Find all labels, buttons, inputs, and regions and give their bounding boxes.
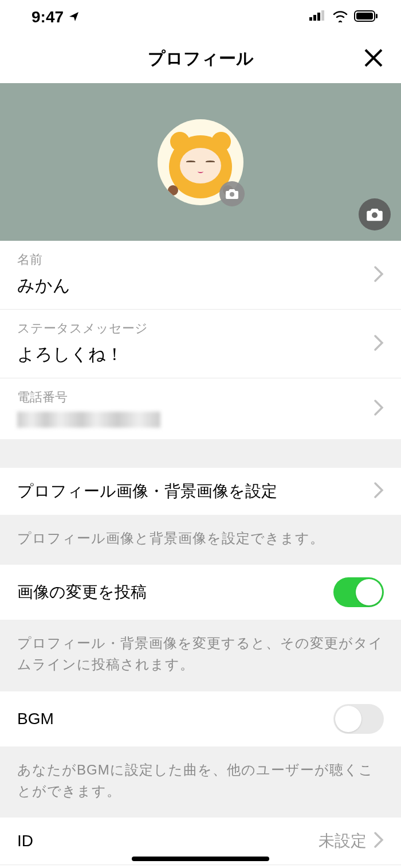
name-label: 名前 [17, 251, 384, 268]
id-value: 未設定 [319, 830, 367, 852]
cover-camera-button[interactable] [359, 198, 391, 230]
chevron-right-icon [374, 334, 384, 354]
svg-rect-6 [376, 14, 378, 18]
close-button[interactable] [363, 48, 384, 71]
profile-images-label: プロフィール画像・背景画像を設定 [17, 480, 277, 502]
camera-icon [366, 207, 383, 222]
name-value: みかん [17, 274, 384, 298]
avatar-camera-button[interactable] [219, 181, 245, 206]
phone-label: 電話番号 [17, 389, 384, 406]
id-label: ID [17, 832, 33, 850]
avatar-container[interactable] [158, 119, 243, 205]
bgm-desc: あなたがBGMに設定した曲を、他のユーザーが聴くことができます。 [0, 746, 401, 818]
profile-images-desc: プロフィール画像と背景画像を設定できます。 [0, 515, 401, 565]
post-change-label: 画像の変更を投稿 [17, 581, 147, 603]
status-value: よろしくね！ [17, 343, 384, 366]
camera-icon [225, 188, 239, 200]
bgm-toggle[interactable] [333, 704, 384, 734]
signal-icon [309, 10, 327, 24]
svg-rect-2 [317, 13, 320, 21]
chevron-right-icon [374, 831, 384, 851]
post-change-desc: プロフィール・背景画像を変更すると、その変更がタイムラインに投稿されます。 [0, 620, 401, 691]
battery-icon [354, 10, 378, 24]
bgm-row: BGM [0, 691, 401, 746]
bgm-label: BGM [17, 710, 54, 728]
status-label: ステータスメッセージ [17, 320, 384, 337]
wifi-icon [332, 10, 348, 25]
svg-rect-1 [313, 15, 316, 21]
chevron-right-icon [374, 399, 384, 419]
status-time: 9:47 [32, 8, 64, 26]
post-change-row: 画像の変更を投稿 [0, 565, 401, 620]
post-change-toggle[interactable] [333, 577, 384, 607]
svg-rect-3 [321, 10, 324, 21]
phone-value-hidden [17, 412, 160, 428]
profile-cover [0, 83, 401, 241]
header: プロフィール [0, 34, 401, 83]
svg-point-7 [230, 192, 234, 197]
svg-rect-0 [309, 17, 312, 21]
home-indicator[interactable] [132, 857, 269, 861]
status-bar: 9:47 [0, 0, 401, 34]
chevron-right-icon [374, 482, 384, 501]
close-icon [363, 48, 384, 68]
location-icon [68, 8, 80, 26]
chevron-right-icon [374, 265, 384, 285]
status-message-row[interactable]: ステータスメッセージ よろしくね！ [0, 310, 401, 378]
svg-point-8 [372, 212, 378, 218]
svg-rect-5 [356, 13, 373, 19]
page-title: プロフィール [148, 47, 254, 71]
profile-images-row[interactable]: プロフィール画像・背景画像を設定 [0, 468, 401, 515]
name-row[interactable]: 名前 みかん [0, 241, 401, 310]
id-friend-row: IDによる友だち追加を許可 [0, 865, 401, 868]
phone-row[interactable]: 電話番号 [0, 378, 401, 439]
